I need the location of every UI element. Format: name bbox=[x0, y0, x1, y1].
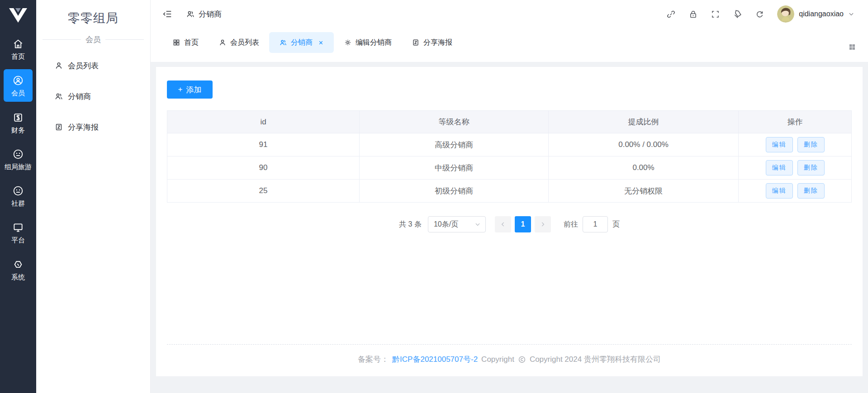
sidebar-item-label: 财务 bbox=[4, 126, 33, 134]
icp-link[interactable]: 黔ICP备2021005707号-2 bbox=[392, 354, 478, 365]
refresh-icon[interactable] bbox=[755, 9, 764, 19]
copyright-text: Copyright 2024 贵州零翔科技有限公司 bbox=[530, 354, 661, 365]
grid-icon bbox=[172, 38, 180, 47]
tab-label: 分销商 bbox=[291, 38, 313, 47]
sidebar-collapse-icon[interactable] bbox=[162, 9, 172, 19]
submenu-divider: 会员 bbox=[43, 34, 144, 45]
lock-icon[interactable] bbox=[688, 9, 698, 19]
sidebar-item-home[interactable]: 首页 bbox=[4, 33, 33, 65]
next-page-button[interactable] bbox=[535, 216, 551, 232]
tab-label: 首页 bbox=[184, 38, 199, 47]
cell-level-name: 初级分销商 bbox=[360, 180, 549, 203]
content-area: + 添加 id 等级名称 提成比例 操作 bbox=[151, 62, 868, 393]
sidebar-item-label: 会员 bbox=[4, 89, 33, 97]
cell-ratio: 0.00% / 0.00% bbox=[548, 133, 739, 156]
delete-button[interactable]: 删除 bbox=[797, 183, 825, 199]
username: qidiangaoxiao bbox=[799, 10, 844, 18]
member-icon bbox=[12, 75, 24, 86]
page-size-select[interactable]: 10条/页 bbox=[428, 216, 486, 232]
users-icon bbox=[186, 9, 195, 19]
tab-share-poster[interactable]: 分享海报 bbox=[402, 32, 462, 53]
cell-id: 25 bbox=[167, 180, 360, 203]
breadcrumb-label: 分销商 bbox=[199, 9, 222, 19]
sidebar-item-system[interactable]: 系统 bbox=[4, 253, 33, 285]
sidebar-item-label: 平台 bbox=[4, 236, 33, 244]
edit-button[interactable]: 编辑 bbox=[766, 160, 793, 175]
finance-icon bbox=[12, 112, 24, 123]
sidebar-item-label: 系统 bbox=[4, 273, 33, 281]
tab-label: 分享海报 bbox=[423, 38, 452, 47]
page-number-button[interactable]: 1 bbox=[515, 216, 531, 232]
sidebar-item-group-travel[interactable]: 组局旅游 bbox=[4, 143, 33, 175]
sidebar-item-platform[interactable]: 平台 bbox=[4, 216, 33, 248]
tags-icon[interactable] bbox=[733, 9, 742, 19]
community-icon bbox=[12, 185, 24, 197]
column-header-level-name: 等级名称 bbox=[360, 111, 549, 133]
column-header-ratio: 提成比例 bbox=[548, 111, 739, 133]
cell-level-name: 中级分销商 bbox=[360, 156, 549, 180]
topbar: 分销商 bbox=[151, 0, 868, 28]
poster-icon bbox=[54, 123, 63, 132]
app-root: 首页 会员 财务 组局旅游 bbox=[0, 0, 868, 393]
beian-label: 备案号： bbox=[358, 354, 389, 365]
delete-button[interactable]: 删除 bbox=[797, 137, 825, 152]
gear-icon bbox=[344, 38, 352, 47]
submenu-title: 会员 bbox=[85, 34, 101, 45]
users-icon bbox=[279, 38, 287, 47]
main-area: 分销商 bbox=[151, 0, 868, 393]
sidebar-item-label: 组局旅游 bbox=[4, 163, 33, 170]
chevron-down-icon bbox=[848, 11, 854, 17]
link-icon[interactable] bbox=[666, 9, 676, 19]
tab-edit-distributor[interactable]: 编辑分销商 bbox=[334, 32, 402, 53]
tab-home[interactable]: 首页 bbox=[162, 32, 209, 53]
column-header-id: id bbox=[167, 111, 360, 133]
delete-button[interactable]: 删除 bbox=[797, 160, 825, 175]
platform-icon bbox=[12, 222, 24, 233]
plus-icon: + bbox=[178, 85, 183, 94]
pagination: 共 3 条 10条/页 1 bbox=[167, 216, 852, 232]
sidebar-item-label: 分销商 bbox=[68, 91, 91, 102]
sidebar-item-member[interactable]: 会员 bbox=[4, 69, 33, 101]
tab-distributor[interactable]: 分销商 bbox=[269, 32, 334, 53]
system-icon bbox=[12, 259, 24, 270]
chevron-down-icon bbox=[474, 221, 481, 227]
tab-options-icon[interactable] bbox=[848, 43, 856, 51]
prev-page-button[interactable] bbox=[495, 216, 511, 232]
edit-button[interactable]: 编辑 bbox=[766, 137, 793, 152]
goto-label: 前往 bbox=[564, 220, 578, 229]
user-icon bbox=[54, 61, 63, 70]
add-button-label: 添加 bbox=[186, 85, 201, 95]
table-header-row: id 等级名称 提成比例 操作 bbox=[167, 111, 852, 133]
sidebar-item-community[interactable]: 社群 bbox=[4, 180, 33, 212]
sidebar-item-member-list[interactable]: 会员列表 bbox=[36, 50, 150, 81]
users-icon bbox=[54, 92, 63, 101]
goto-page-input[interactable] bbox=[583, 216, 608, 232]
sidebar-item-label: 社群 bbox=[4, 199, 33, 207]
primary-sidebar: 首页 会员 财务 组局旅游 bbox=[0, 0, 36, 393]
pager: 1 bbox=[495, 216, 551, 232]
content-spacer bbox=[167, 232, 852, 344]
table-row: 90 中级分销商 0.00% 编辑 删除 bbox=[167, 156, 852, 180]
avatar bbox=[777, 5, 794, 23]
tab-member-list[interactable]: 会员列表 bbox=[209, 32, 269, 53]
sidebar-item-distributor[interactable]: 分销商 bbox=[36, 81, 150, 112]
primary-nav: 首页 会员 财务 组局旅游 bbox=[0, 33, 36, 290]
tab-label: 会员列表 bbox=[230, 38, 259, 47]
copyright-word: Copyright bbox=[481, 355, 514, 364]
cell-ratio: 无分销权限 bbox=[548, 180, 739, 203]
table-row: 25 初级分销商 无分销权限 编辑 删除 bbox=[167, 180, 852, 203]
user-menu[interactable]: qidiangaoxiao bbox=[777, 5, 854, 23]
column-header-actions: 操作 bbox=[739, 111, 852, 133]
cell-level-name: 高级分销商 bbox=[360, 133, 549, 156]
sidebar-item-finance[interactable]: 财务 bbox=[4, 106, 33, 138]
sidebar-item-label: 分享海报 bbox=[68, 122, 99, 133]
add-button[interactable]: + 添加 bbox=[167, 80, 213, 99]
breadcrumb: 分销商 bbox=[186, 9, 222, 19]
sidebar-item-share-poster[interactable]: 分享海报 bbox=[36, 112, 150, 142]
cell-ratio: 0.00% bbox=[548, 156, 739, 180]
edit-button[interactable]: 编辑 bbox=[766, 183, 793, 199]
home-icon bbox=[12, 38, 24, 50]
close-icon[interactable] bbox=[318, 40, 324, 46]
secondary-sidebar: 零零组局 会员 会员列表 分销商 分享 bbox=[36, 0, 151, 393]
fullscreen-icon[interactable] bbox=[711, 9, 720, 19]
